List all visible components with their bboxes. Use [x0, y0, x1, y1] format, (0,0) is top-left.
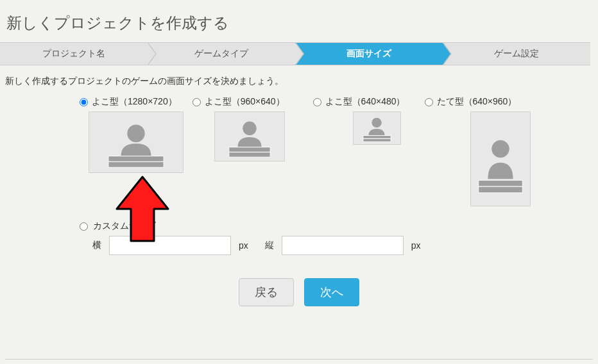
- svg-rect-7: [229, 152, 270, 157]
- svg-point-9: [372, 118, 381, 128]
- svg-rect-10: [363, 136, 391, 139]
- svg-point-5: [243, 122, 256, 135]
- page-title: 新しくプロジェクトを作成する: [0, 0, 598, 42]
- svg-rect-3: [108, 161, 164, 167]
- size-option-label: よこ型（1280×720）: [92, 96, 177, 108]
- step-screen-size[interactable]: 画面サイズ: [295, 43, 443, 65]
- radio-960x640[interactable]: [192, 98, 201, 106]
- description-text: 新しく作成するプロジェクトのゲームの画面サイズを決めましょう。: [5, 76, 598, 87]
- step-game-type[interactable]: ゲームタイプ: [148, 43, 295, 65]
- custom-dimensions-row: 横 px 縦 px: [0, 236, 598, 255]
- step-label: 画面サイズ: [346, 48, 391, 60]
- size-options-row: よこ型（1280×720） よこ型（960×640） よこ型（640×480） …: [0, 96, 598, 108]
- radio-custom-size[interactable]: [80, 222, 88, 231]
- unit-label: px: [239, 240, 248, 251]
- placeholder-icon: [215, 112, 284, 161]
- custom-size-option[interactable]: カスタムサイズ: [0, 220, 598, 232]
- size-option-960x640[interactable]: よこ型（960×640）: [192, 96, 285, 108]
- navigation-buttons: 戻る 次へ: [0, 278, 598, 306]
- custom-size-label: カスタムサイズ: [93, 220, 156, 232]
- svg-rect-6: [229, 147, 270, 153]
- size-option-label: たて型（640×960）: [437, 96, 517, 108]
- svg-rect-2: [108, 156, 164, 162]
- svg-rect-15: [479, 186, 523, 193]
- step-label: ゲームタイプ: [194, 48, 248, 60]
- radio-640x960[interactable]: [425, 98, 433, 106]
- step-label: ゲーム設定: [494, 48, 539, 60]
- footer-divider: [5, 359, 593, 360]
- radio-640x480[interactable]: [313, 98, 321, 106]
- thumbnail-1280x720[interactable]: [89, 112, 184, 173]
- height-field[interactable]: [282, 236, 404, 255]
- thumbnail-960x640[interactable]: [214, 112, 285, 161]
- next-button[interactable]: 次へ: [304, 278, 359, 306]
- svg-point-1: [127, 125, 144, 142]
- size-option-640x960[interactable]: たて型（640×960）: [425, 96, 517, 108]
- thumbnail-640x480[interactable]: [353, 112, 401, 145]
- placeholder-icon: [354, 112, 400, 144]
- step-label: プロジェクト名: [42, 48, 105, 60]
- wizard-steps: プロジェクト名 ゲームタイプ 画面サイズ ゲーム設定: [0, 42, 590, 65]
- thumbnail-640x960[interactable]: [470, 112, 531, 206]
- size-option-1280x720[interactable]: よこ型（1280×720）: [80, 96, 177, 108]
- size-option-label: よこ型（640×480）: [325, 96, 406, 108]
- unit-label: px: [411, 240, 421, 251]
- width-field[interactable]: [109, 236, 231, 255]
- svg-point-13: [491, 140, 509, 158]
- placeholder-icon: [89, 112, 183, 172]
- back-button[interactable]: 戻る: [239, 278, 294, 306]
- size-option-label: よこ型（960×640）: [205, 96, 285, 108]
- step-project-name[interactable]: プロジェクト名: [0, 43, 148, 65]
- size-option-640x480[interactable]: よこ型（640×480）: [313, 96, 406, 108]
- svg-rect-14: [479, 180, 523, 186]
- radio-1280x720[interactable]: [80, 98, 88, 106]
- thumbnails-row: [0, 112, 598, 206]
- step-game-settings[interactable]: ゲーム設定: [443, 43, 590, 65]
- height-label: 縦: [265, 240, 274, 251]
- width-label: 横: [92, 240, 101, 251]
- svg-rect-11: [363, 138, 391, 142]
- placeholder-icon: [471, 112, 530, 206]
